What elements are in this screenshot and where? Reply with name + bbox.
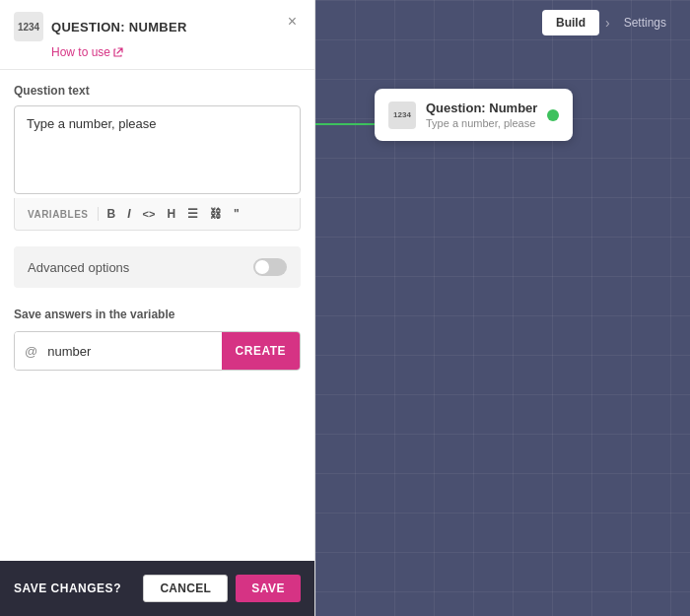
panel-title: QUESTION: NUMBER <box>51 20 187 34</box>
advanced-options-toggle[interactable] <box>253 258 287 276</box>
question-number-icon: 12 34 <box>14 12 43 41</box>
advanced-options-label: Advanced options <box>28 260 129 275</box>
formatting-toolbar: VARIABLES B I <> H ☰ ⛓ " <box>14 198 301 231</box>
question-text-label: Question text <box>14 84 301 98</box>
advanced-options-row: Advanced options <box>14 246 301 288</box>
panel-body: Question text Type a number, please VARI… <box>0 70 314 561</box>
card-icon: 12 34 <box>388 102 416 129</box>
code-button[interactable]: <> <box>138 205 161 223</box>
variable-name-input[interactable] <box>43 332 221 370</box>
variables-label[interactable]: VARIABLES <box>23 206 94 223</box>
save-changes-label: SAVE CHANGES? <box>14 582 121 595</box>
flow-area: 12 34 Question: Number Type a number, pl… <box>375 89 573 141</box>
at-symbol: @ <box>15 332 43 370</box>
panel-footer: SAVE CHANGES? CANCEL SAVE <box>0 561 314 616</box>
panel-title-row: 12 34 QUESTION: NUMBER <box>14 12 187 41</box>
right-topbar: Build › Settings <box>526 0 690 45</box>
footer-actions: CANCEL SAVE <box>143 575 301 602</box>
how-to-use-link[interactable]: How to use <box>51 45 187 59</box>
bold-button[interactable]: B <box>103 204 121 224</box>
external-link-icon <box>113 47 123 57</box>
card-content: Question: Number Type a number, please <box>426 101 537 129</box>
right-panel: Build › Settings 12 34 Question: Number <box>315 0 690 616</box>
variable-input-row: @ CREATE <box>14 331 301 371</box>
breadcrumb-arrow: › <box>605 15 610 31</box>
question-text-input[interactable]: Type a number, please <box>14 105 301 194</box>
close-button[interactable]: × <box>284 12 301 32</box>
heading-button[interactable]: H <box>162 204 180 224</box>
settings-link[interactable]: Settings <box>616 10 674 35</box>
card-subtitle: Type a number, please <box>426 117 537 129</box>
save-button[interactable]: SAVE <box>236 575 301 602</box>
toolbar-separator-1 <box>98 207 99 221</box>
link-button[interactable]: ⛓ <box>205 204 227 224</box>
flow-card[interactable]: 12 34 Question: Number Type a number, pl… <box>375 89 573 141</box>
save-variable-label: Save answers in the variable <box>14 308 301 321</box>
panel-header: 12 34 QUESTION: NUMBER How to use × <box>0 0 314 70</box>
card-title: Question: Number <box>426 101 537 115</box>
create-button[interactable]: CREATE <box>222 332 300 370</box>
flow-connector-svg <box>315 123 380 125</box>
build-button[interactable]: Build <box>542 10 599 35</box>
list-button[interactable]: ☰ <box>182 204 203 224</box>
panel-header-left: 12 34 QUESTION: NUMBER How to use <box>14 12 187 59</box>
save-variable-section: Save answers in the variable @ CREATE <box>14 308 301 371</box>
quote-button[interactable]: " <box>229 204 244 224</box>
left-panel: 12 34 QUESTION: NUMBER How to use × Ques… <box>0 0 315 616</box>
cancel-button[interactable]: CANCEL <box>143 575 228 602</box>
italic-button[interactable]: I <box>122 204 135 224</box>
card-status-dot <box>547 109 559 121</box>
